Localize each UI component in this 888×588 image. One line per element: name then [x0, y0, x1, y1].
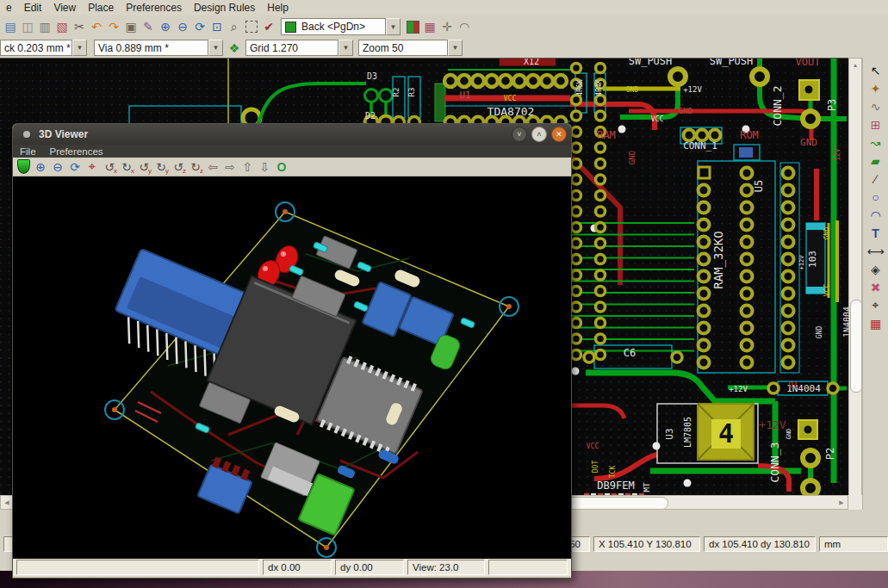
- add-track-icon[interactable]: ↝: [867, 133, 885, 152]
- pcb-label: X12: [524, 59, 539, 66]
- save-board-icon[interactable]: ◫: [19, 18, 36, 36]
- find-icon[interactable]: ⌕: [226, 18, 243, 36]
- redraw-icon[interactable]: ⟳: [66, 158, 84, 176]
- menu-item-help[interactable]: Help: [261, 1, 295, 15]
- rotate-x-pos-icon[interactable]: ↻x: [118, 158, 135, 176]
- open-board-icon[interactable]: ▤: [2, 18, 19, 36]
- right-toolbar: ↖✦∿⊞↝▰∕○◠T⟷◈✖⌖▦: [862, 58, 888, 510]
- add-line-icon[interactable]: ∕: [867, 170, 885, 188]
- pcb-label: C6: [624, 347, 636, 359]
- pcb-label: P2: [824, 448, 836, 460]
- menu-item-view[interactable]: View: [47, 1, 82, 15]
- layers-manager-icon[interactable]: [404, 18, 421, 36]
- menu-item-preferences[interactable]: Preferences: [120, 1, 188, 15]
- place-origin-icon[interactable]: ⌖: [867, 296, 885, 314]
- rotate-y-pos-icon[interactable]: ↻y: [152, 158, 170, 176]
- grid-combo[interactable]: Grid 1.270: [245, 40, 338, 56]
- select-tool-icon[interactable]: ↖: [867, 61, 885, 79]
- board-settings-icon[interactable]: ▥: [36, 18, 53, 36]
- layer-selector-value: Back <PgDn>: [301, 21, 365, 33]
- rotate-y-neg-icon[interactable]: ↺y: [135, 158, 152, 176]
- menu-item-design-rules[interactable]: Design Rules: [188, 1, 261, 15]
- grid-dropdown-button[interactable]: ▼: [338, 40, 353, 56]
- menu-item-e[interactable]: e: [0, 1, 18, 15]
- add-zone-icon[interactable]: ▰: [867, 152, 885, 170]
- microwave-mode-icon[interactable]: ◠: [456, 18, 473, 36]
- viewer3d-titlebar[interactable]: 3D Viewer ˅ ˄ ✕: [13, 124, 571, 145]
- pcb-label: U3: [664, 428, 675, 439]
- minimize-button[interactable]: ˅: [512, 127, 527, 142]
- close-button[interactable]: ✕: [551, 127, 567, 142]
- vertical-scrollbar[interactable]: ▲ ▼: [848, 58, 862, 510]
- add-circle-icon[interactable]: ○: [867, 188, 885, 206]
- scroll-right-arrow[interactable]: ▶: [835, 496, 848, 509]
- viewer3d-menu-item-file[interactable]: File: [13, 146, 43, 157]
- viewer3d-title: 3D Viewer: [39, 128, 512, 140]
- redraw-icon[interactable]: ⟳: [191, 18, 208, 36]
- add-text-icon[interactable]: T: [867, 224, 885, 242]
- pcb-label: 4R6K: [576, 79, 584, 96]
- track-width-combo[interactable]: ck 0.203 mm *: [0, 40, 72, 56]
- via-size-dropdown-button[interactable]: ▼: [208, 40, 223, 56]
- layer-color-swatch: [285, 22, 296, 33]
- move-left-icon[interactable]: ⇦: [204, 158, 221, 176]
- auto-track-width-icon[interactable]: ❖: [226, 39, 243, 57]
- scroll-left-arrow[interactable]: ◀: [1, 496, 13, 509]
- rotate-x-neg-icon[interactable]: ↺x: [101, 158, 118, 176]
- zoom-combo[interactable]: Zoom 50: [358, 40, 448, 56]
- module-mode-icon[interactable]: ▦: [421, 18, 438, 36]
- move-up-icon[interactable]: ⇧: [239, 158, 256, 176]
- zoom-out-icon[interactable]: ⊖: [174, 18, 191, 36]
- undo-icon[interactable]: ↶: [88, 18, 105, 36]
- add-dimension-icon[interactable]: ⟷: [867, 242, 885, 260]
- move-right-icon[interactable]: ⇨: [221, 158, 239, 176]
- window-icon: [23, 131, 30, 138]
- local-ratsnest-icon[interactable]: ∿: [867, 97, 885, 115]
- pcb-label: DB9FEM: [597, 480, 634, 492]
- reload-board-icon[interactable]: [15, 158, 32, 176]
- viewer3d-canvas[interactable]: [13, 176, 571, 559]
- menu-item-place[interactable]: Place: [82, 1, 120, 15]
- menu-item-edit[interactable]: Edit: [18, 1, 48, 15]
- plot-icon[interactable]: ✎: [140, 18, 157, 36]
- zoom-fit-icon[interactable]: ⌖: [84, 158, 101, 176]
- pcb-label: RAM: [597, 129, 616, 141]
- pcb-label: MT: [643, 482, 651, 492]
- highlight-net-icon[interactable]: ✦: [867, 79, 885, 97]
- via-size-combo[interactable]: Via 0.889 mm *: [94, 40, 208, 56]
- rotate-z-pos-icon[interactable]: ↻z: [187, 158, 204, 176]
- netlist-icon[interactable]: [243, 18, 260, 36]
- add-target-icon[interactable]: ◈: [867, 260, 885, 278]
- viewer3d-statusbar: dx 0.00 dy 0.00 View: 23.0: [13, 559, 571, 576]
- add-arc-icon[interactable]: ◠: [867, 206, 885, 224]
- zoom-dropdown-button[interactable]: ▼: [448, 40, 463, 56]
- viewer3d-window: 3D Viewer ˅ ˄ ✕ FilePreferences ⊕⊖⟳⌖↺x↻x…: [12, 123, 572, 579]
- vertical-scroll-thumb[interactable]: [850, 300, 862, 393]
- print-icon[interactable]: ▣: [122, 18, 140, 36]
- track-width-dropdown-button[interactable]: ▼: [72, 40, 87, 56]
- grid-origin-icon[interactable]: ▦: [867, 314, 885, 332]
- page-settings-icon[interactable]: ▧: [53, 18, 71, 36]
- zoom-in-icon[interactable]: ⊕: [32, 158, 49, 176]
- zoom-fit-icon[interactable]: ⊡: [208, 18, 226, 36]
- viewer3d-menu-item-preferences[interactable]: Preferences: [43, 146, 110, 157]
- pcb-label: LM7805: [683, 417, 692, 448]
- add-footprint-icon[interactable]: ⊞: [867, 115, 885, 133]
- layer-selector-dropdown-button[interactable]: ▼: [386, 18, 401, 35]
- scroll-up-arrow[interactable]: ▲: [849, 59, 861, 71]
- layer-selector[interactable]: Back <PgDn>: [281, 18, 386, 35]
- delete-tool-icon[interactable]: ✖: [867, 278, 885, 296]
- redo-icon[interactable]: ↷: [105, 18, 122, 36]
- drc-check-icon[interactable]: ✔: [260, 18, 277, 36]
- viewer3d-status-dy: dy 0.00: [335, 560, 404, 575]
- zoom-out-icon[interactable]: ⊖: [49, 158, 66, 176]
- pcb-label: VCC: [587, 443, 599, 450]
- zoom-in-icon[interactable]: ⊕: [157, 18, 174, 36]
- maximize-button[interactable]: ˄: [531, 127, 547, 142]
- cut-icon[interactable]: ✂: [71, 18, 88, 36]
- ortho-icon[interactable]: O: [273, 158, 290, 176]
- pcb-label: TDA8702: [487, 105, 535, 118]
- move-down-icon[interactable]: ⇩: [256, 158, 273, 176]
- rotate-z-neg-icon[interactable]: ↺z: [170, 158, 187, 176]
- track-mode-icon[interactable]: ✛: [438, 18, 456, 36]
